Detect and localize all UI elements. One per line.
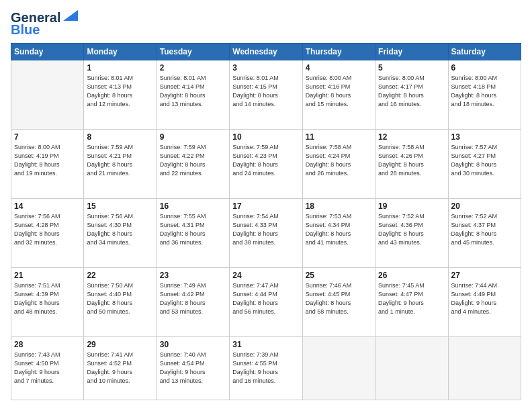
day-number: 26 bbox=[378, 271, 445, 280]
day-info: Sunrise: 7:56 AM Sunset: 4:30 PM Dayligh… bbox=[87, 212, 153, 247]
calendar-cell: 13Sunrise: 7:57 AM Sunset: 4:27 PM Dayli… bbox=[448, 130, 521, 199]
calendar-cell: 14Sunrise: 7:56 AM Sunset: 4:28 PM Dayli… bbox=[11, 199, 84, 268]
day-info: Sunrise: 7:56 AM Sunset: 4:28 PM Dayligh… bbox=[14, 212, 81, 247]
day-number: 3 bbox=[232, 63, 299, 73]
weekday-header-sunday: Sunday bbox=[11, 44, 84, 60]
day-number: 12 bbox=[378, 132, 445, 142]
calendar-cell: 16Sunrise: 7:55 AM Sunset: 4:31 PM Dayli… bbox=[157, 199, 229, 268]
logo: General Blue bbox=[11, 11, 78, 36]
day-number: 31 bbox=[232, 340, 299, 349]
calendar-cell: 9Sunrise: 7:59 AM Sunset: 4:22 PM Daylig… bbox=[157, 130, 229, 199]
calendar-cell: 3Sunrise: 8:01 AM Sunset: 4:15 PM Daylig… bbox=[230, 60, 302, 130]
day-number: 22 bbox=[87, 271, 153, 280]
day-info: Sunrise: 7:49 AM Sunset: 4:42 PM Dayligh… bbox=[160, 281, 226, 316]
day-info: Sunrise: 8:01 AM Sunset: 4:14 PM Dayligh… bbox=[160, 74, 226, 109]
day-info: Sunrise: 7:50 AM Sunset: 4:40 PM Dayligh… bbox=[87, 281, 153, 316]
day-number: 21 bbox=[14, 271, 81, 280]
day-info: Sunrise: 7:59 AM Sunset: 4:23 PM Dayligh… bbox=[232, 143, 299, 178]
day-number: 7 bbox=[14, 132, 81, 142]
day-number: 8 bbox=[87, 132, 153, 142]
calendar-cell: 17Sunrise: 7:54 AM Sunset: 4:33 PM Dayli… bbox=[230, 199, 302, 268]
logo-blue: Blue bbox=[11, 23, 40, 36]
calendar-cell: 8Sunrise: 7:59 AM Sunset: 4:21 PM Daylig… bbox=[84, 130, 157, 199]
calendar-row-4: 28Sunrise: 7:43 AM Sunset: 4:50 PM Dayli… bbox=[11, 337, 521, 400]
calendar-cell: 11Sunrise: 7:58 AM Sunset: 4:24 PM Dayli… bbox=[302, 130, 375, 199]
calendar-cell: 28Sunrise: 7:43 AM Sunset: 4:50 PM Dayli… bbox=[11, 337, 84, 400]
page: General Blue SundayMondayTuesdayWednesda… bbox=[0, 0, 532, 411]
day-info: Sunrise: 7:51 AM Sunset: 4:39 PM Dayligh… bbox=[14, 281, 81, 316]
calendar-cell: 23Sunrise: 7:49 AM Sunset: 4:42 PM Dayli… bbox=[157, 268, 229, 337]
day-info: Sunrise: 8:00 AM Sunset: 4:17 PM Dayligh… bbox=[378, 74, 445, 109]
day-info: Sunrise: 7:53 AM Sunset: 4:34 PM Dayligh… bbox=[306, 212, 372, 247]
day-info: Sunrise: 7:52 AM Sunset: 4:36 PM Dayligh… bbox=[378, 212, 445, 247]
day-number: 15 bbox=[87, 201, 153, 211]
day-info: Sunrise: 7:46 AM Sunset: 4:45 PM Dayligh… bbox=[306, 281, 372, 316]
day-number: 30 bbox=[160, 340, 226, 349]
day-info: Sunrise: 7:44 AM Sunset: 4:49 PM Dayligh… bbox=[451, 281, 518, 316]
calendar-cell: 5Sunrise: 8:00 AM Sunset: 4:17 PM Daylig… bbox=[375, 60, 448, 130]
calendar-cell: 21Sunrise: 7:51 AM Sunset: 4:39 PM Dayli… bbox=[11, 268, 84, 337]
weekday-header-thursday: Thursday bbox=[302, 44, 375, 60]
calendar-cell: 6Sunrise: 8:00 AM Sunset: 4:18 PM Daylig… bbox=[448, 60, 521, 130]
day-info: Sunrise: 7:58 AM Sunset: 4:24 PM Dayligh… bbox=[306, 143, 372, 178]
day-number: 19 bbox=[378, 201, 445, 211]
weekday-header-friday: Friday bbox=[375, 44, 448, 60]
day-number: 17 bbox=[232, 201, 299, 211]
weekday-header-tuesday: Tuesday bbox=[157, 44, 229, 60]
calendar-row-2: 14Sunrise: 7:56 AM Sunset: 4:28 PM Dayli… bbox=[11, 199, 521, 268]
calendar-cell: 4Sunrise: 8:00 AM Sunset: 4:16 PM Daylig… bbox=[302, 60, 375, 130]
calendar-cell: 20Sunrise: 7:52 AM Sunset: 4:37 PM Dayli… bbox=[448, 199, 521, 268]
day-info: Sunrise: 7:59 AM Sunset: 4:21 PM Dayligh… bbox=[87, 143, 153, 178]
day-number: 18 bbox=[306, 201, 372, 211]
day-info: Sunrise: 8:00 AM Sunset: 4:16 PM Dayligh… bbox=[306, 74, 372, 109]
calendar-cell: 7Sunrise: 8:00 AM Sunset: 4:19 PM Daylig… bbox=[11, 130, 84, 199]
weekday-header-saturday: Saturday bbox=[448, 44, 521, 60]
day-info: Sunrise: 7:58 AM Sunset: 4:26 PM Dayligh… bbox=[378, 143, 445, 178]
day-info: Sunrise: 7:41 AM Sunset: 4:52 PM Dayligh… bbox=[87, 351, 153, 385]
day-number: 5 bbox=[378, 63, 445, 73]
day-number: 6 bbox=[451, 63, 518, 73]
day-info: Sunrise: 7:40 AM Sunset: 4:54 PM Dayligh… bbox=[160, 351, 226, 385]
day-info: Sunrise: 7:45 AM Sunset: 4:47 PM Dayligh… bbox=[378, 281, 445, 316]
calendar-table: SundayMondayTuesdayWednesdayThursdayFrid… bbox=[11, 43, 521, 400]
calendar-cell: 15Sunrise: 7:56 AM Sunset: 4:30 PM Dayli… bbox=[84, 199, 157, 268]
day-number: 14 bbox=[14, 201, 81, 211]
day-number: 4 bbox=[306, 63, 372, 73]
calendar-cell: 29Sunrise: 7:41 AM Sunset: 4:52 PM Dayli… bbox=[84, 337, 157, 400]
calendar-cell bbox=[11, 60, 84, 130]
calendar-header-row: SundayMondayTuesdayWednesdayThursdayFrid… bbox=[11, 44, 521, 60]
day-info: Sunrise: 7:43 AM Sunset: 4:50 PM Dayligh… bbox=[14, 351, 81, 385]
calendar-cell: 18Sunrise: 7:53 AM Sunset: 4:34 PM Dayli… bbox=[302, 199, 375, 268]
calendar-row-3: 21Sunrise: 7:51 AM Sunset: 4:39 PM Dayli… bbox=[11, 268, 521, 337]
day-info: Sunrise: 7:47 AM Sunset: 4:44 PM Dayligh… bbox=[232, 281, 299, 316]
calendar-cell: 1Sunrise: 8:01 AM Sunset: 4:13 PM Daylig… bbox=[84, 60, 157, 130]
calendar-row-0: 1Sunrise: 8:01 AM Sunset: 4:13 PM Daylig… bbox=[11, 60, 521, 130]
calendar-cell: 25Sunrise: 7:46 AM Sunset: 4:45 PM Dayli… bbox=[302, 268, 375, 337]
calendar-cell: 24Sunrise: 7:47 AM Sunset: 4:44 PM Dayli… bbox=[230, 268, 302, 337]
day-info: Sunrise: 7:55 AM Sunset: 4:31 PM Dayligh… bbox=[160, 212, 226, 247]
weekday-header-wednesday: Wednesday bbox=[230, 44, 302, 60]
calendar-cell: 30Sunrise: 7:40 AM Sunset: 4:54 PM Dayli… bbox=[157, 337, 229, 400]
calendar-cell bbox=[375, 337, 448, 400]
calendar-cell: 19Sunrise: 7:52 AM Sunset: 4:36 PM Dayli… bbox=[375, 199, 448, 268]
day-info: Sunrise: 7:54 AM Sunset: 4:33 PM Dayligh… bbox=[232, 212, 299, 247]
day-info: Sunrise: 7:39 AM Sunset: 4:55 PM Dayligh… bbox=[232, 351, 299, 385]
day-number: 11 bbox=[306, 132, 372, 142]
day-info: Sunrise: 8:01 AM Sunset: 4:13 PM Dayligh… bbox=[87, 74, 153, 109]
day-info: Sunrise: 7:59 AM Sunset: 4:22 PM Dayligh… bbox=[160, 143, 226, 178]
day-number: 9 bbox=[160, 132, 226, 142]
day-number: 23 bbox=[160, 271, 226, 280]
calendar-cell: 2Sunrise: 8:01 AM Sunset: 4:14 PM Daylig… bbox=[157, 60, 229, 130]
day-number: 20 bbox=[451, 201, 518, 211]
day-number: 28 bbox=[14, 340, 81, 349]
day-number: 2 bbox=[160, 63, 226, 73]
day-number: 13 bbox=[451, 132, 518, 142]
day-info: Sunrise: 8:00 AM Sunset: 4:18 PM Dayligh… bbox=[451, 74, 518, 109]
calendar-cell: 26Sunrise: 7:45 AM Sunset: 4:47 PM Dayli… bbox=[375, 268, 448, 337]
calendar-row-1: 7Sunrise: 8:00 AM Sunset: 4:19 PM Daylig… bbox=[11, 130, 521, 199]
calendar-cell: 27Sunrise: 7:44 AM Sunset: 4:49 PM Dayli… bbox=[448, 268, 521, 337]
day-info: Sunrise: 7:57 AM Sunset: 4:27 PM Dayligh… bbox=[451, 143, 518, 178]
day-number: 1 bbox=[87, 63, 153, 73]
calendar-cell: 22Sunrise: 7:50 AM Sunset: 4:40 PM Dayli… bbox=[84, 268, 157, 337]
calendar-cell: 31Sunrise: 7:39 AM Sunset: 4:55 PM Dayli… bbox=[230, 337, 302, 400]
